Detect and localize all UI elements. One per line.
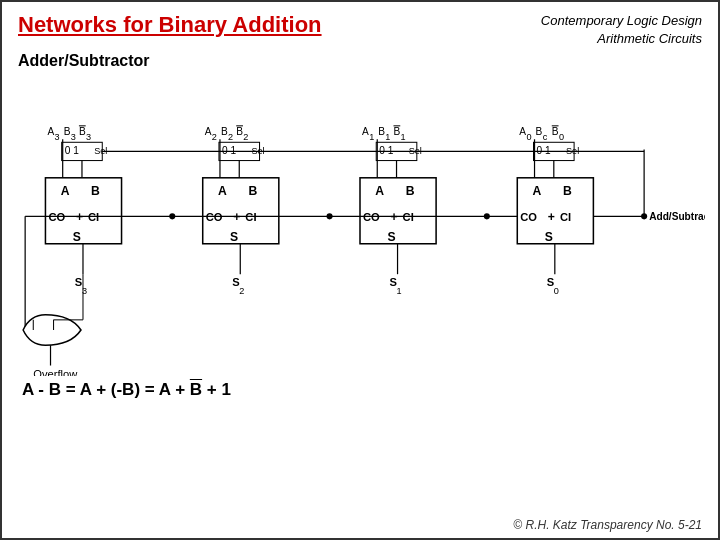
svg-text:CO: CO (363, 212, 380, 224)
svg-text:0  1: 0 1 (65, 146, 79, 157)
svg-point-77 (484, 214, 490, 220)
svg-text:1: 1 (401, 133, 406, 143)
svg-text:B: B (406, 184, 415, 198)
svg-text:2: 2 (212, 133, 217, 143)
svg-text:A: A (205, 127, 212, 138)
svg-text:1: 1 (397, 287, 402, 297)
svg-text:2: 2 (228, 133, 233, 143)
svg-text:A: A (375, 184, 384, 198)
svg-text:S: S (230, 230, 238, 244)
circuit-diagram: A 3 B 3 B 3 0 1 Sel A 2 B 2 B 2 0 1 Sel … (15, 76, 705, 376)
svg-text:B: B (393, 127, 400, 138)
svg-text:+: + (390, 211, 397, 225)
svg-text:B: B (248, 184, 257, 198)
svg-text:S: S (545, 230, 553, 244)
subtitle: Adder/Subtractor (2, 52, 718, 76)
svg-point-75 (327, 214, 333, 220)
footer: © R.H. Katz Transparency No. 5-21 (513, 518, 702, 532)
svg-point-73 (169, 214, 175, 220)
svg-text:A: A (47, 127, 54, 138)
svg-text:CI: CI (403, 212, 414, 224)
svg-text:CI: CI (245, 212, 256, 224)
svg-text:1: 1 (369, 133, 374, 143)
add-subtract-label: Add/Subtract (649, 212, 705, 223)
svg-text:S: S (73, 230, 81, 244)
formula-area: A - B = A + (-B) = A + B + 1 (2, 376, 718, 400)
svg-text:3: 3 (55, 133, 60, 143)
svg-text:0: 0 (554, 287, 559, 297)
header-right: Contemporary Logic Design Arithmetic Cir… (541, 12, 702, 48)
svg-text:A: A (218, 184, 227, 198)
svg-text:B: B (64, 127, 71, 138)
svg-text:B: B (79, 127, 86, 138)
svg-text:c: c (543, 133, 548, 143)
page: Networks for Binary Addition Contemporar… (0, 0, 720, 540)
svg-text:B: B (221, 127, 228, 138)
svg-text:A: A (519, 127, 526, 138)
svg-text:CO: CO (206, 212, 223, 224)
svg-text:A: A (362, 127, 369, 138)
svg-text:CO: CO (48, 212, 65, 224)
formula-prefix: A - B = A + (-B) = A + (22, 380, 190, 399)
svg-text:B: B (563, 184, 572, 198)
svg-text:A: A (533, 184, 542, 198)
svg-text:2: 2 (239, 287, 244, 297)
page-title: Networks for Binary Addition (18, 12, 322, 38)
svg-text:CI: CI (88, 212, 99, 224)
overflow-label: Overflow (33, 368, 78, 376)
svg-text:B: B (536, 127, 543, 138)
svg-text:B: B (91, 184, 100, 198)
formula-b-bar: B (190, 380, 202, 399)
header-line1: Contemporary Logic Design (541, 12, 702, 30)
svg-text:B: B (552, 127, 559, 138)
svg-text:CI: CI (560, 212, 571, 224)
svg-text:+: + (548, 211, 555, 225)
svg-text:2: 2 (243, 133, 248, 143)
header-line2: Arithmetic Circuits (541, 30, 702, 48)
svg-text:+: + (233, 211, 240, 225)
svg-text:+: + (76, 211, 83, 225)
svg-text:1: 1 (385, 133, 390, 143)
svg-text:3: 3 (86, 133, 91, 143)
svg-text:0: 0 (559, 133, 564, 143)
svg-text:CO: CO (520, 212, 537, 224)
svg-text:B: B (378, 127, 385, 138)
header: Networks for Binary Addition Contemporar… (2, 2, 718, 52)
svg-text:3: 3 (71, 133, 76, 143)
svg-text:B: B (236, 127, 243, 138)
svg-text:A: A (61, 184, 70, 198)
svg-text:S: S (387, 230, 395, 244)
svg-text:0: 0 (526, 133, 531, 143)
formula-suffix: + 1 (202, 380, 231, 399)
